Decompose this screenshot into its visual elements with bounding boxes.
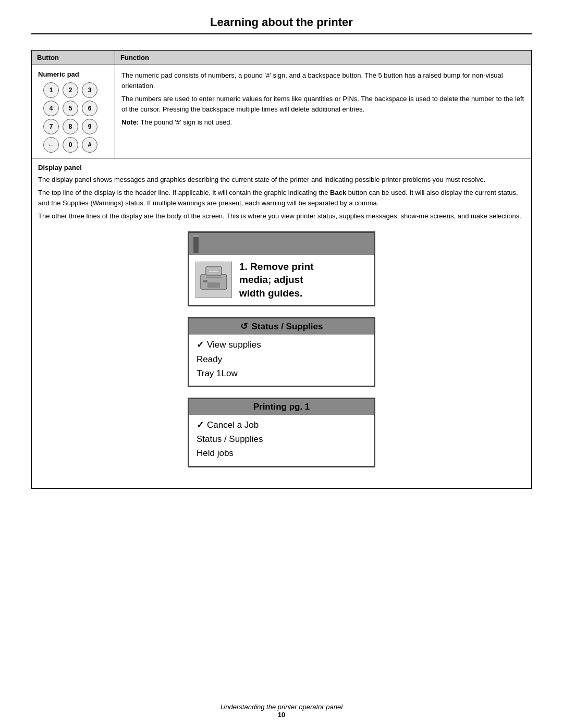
numpad-key-9[interactable]: 9 xyxy=(82,119,97,134)
display-panel-section: Display panel The display panel shows me… xyxy=(31,158,532,489)
page-title-area: Learning about the printer xyxy=(31,0,532,50)
page-footer: Understanding the printer operator panel… xyxy=(31,693,532,728)
numpad-key-3[interactable]: 3 xyxy=(82,82,97,98)
page-number: 10 xyxy=(278,711,285,719)
numpad-key-8[interactable]: 8 xyxy=(63,119,78,134)
screen3-line3-text: Held jobs xyxy=(197,446,234,460)
screen3-line3: Held jobs xyxy=(197,446,366,460)
numpad-key-1[interactable]: 1 xyxy=(43,82,59,98)
screen2-line2: Ready xyxy=(197,352,366,366)
numpad-key-4[interactable]: 4 xyxy=(43,101,59,116)
title-divider xyxy=(31,33,532,34)
screen1-text: 1. Remove print media; adjust width guid… xyxy=(239,260,314,300)
screen2-line3: Tray 1Low xyxy=(197,366,366,380)
main-table: Button Function Numeric pad 1 2 3 4 5 6 … xyxy=(31,50,532,158)
screen2-line3-text: Tray 1Low xyxy=(197,366,238,380)
check-icon-1: ✓ xyxy=(197,338,204,352)
screen3-line2-text: Status / Supplies xyxy=(197,432,263,446)
screen1-image xyxy=(195,262,232,298)
scroll-thumb xyxy=(193,237,199,253)
numpad-desc2: The numbers are used to enter numeric va… xyxy=(121,94,525,114)
screen3-header: Printing pg. 1 xyxy=(189,399,374,415)
screen1-content: 1. Remove print media; adjust width guid… xyxy=(189,255,374,305)
note-text: The pound '#' sign is not used. xyxy=(139,118,232,126)
check-icon-2: ✓ xyxy=(197,418,204,432)
screen3-body: ✓ Cancel a Job Status / Supplies Held jo… xyxy=(189,415,374,466)
scroll-indicator xyxy=(193,235,199,253)
screen-remove-print: 1. Remove print media; adjust width guid… xyxy=(188,231,375,307)
table-row-numpad: Numeric pad 1 2 3 4 5 6 7 8 9 ← 0 # xyxy=(32,65,532,158)
screen3-line1-text: Cancel a Job xyxy=(207,418,259,432)
numpad-grid: 1 2 3 4 5 6 7 8 9 ← 0 # xyxy=(43,82,108,153)
numpad-key-5[interactable]: 5 xyxy=(63,101,78,116)
svg-rect-5 xyxy=(209,270,219,272)
svg-rect-2 xyxy=(207,282,220,288)
screen2-line1-text: View supplies xyxy=(207,338,261,352)
note-label: Note: xyxy=(121,118,139,126)
screen1-header xyxy=(189,233,374,255)
numpad-key-7[interactable]: 7 xyxy=(43,119,59,134)
display-panel-para3: The other three lines of the display are… xyxy=(38,211,525,221)
numpad-label: Numeric pad xyxy=(38,70,108,78)
display-panel-title: Display panel xyxy=(38,164,525,171)
screen3-line2: Status / Supplies xyxy=(197,432,366,446)
screen2-line2-text: Ready xyxy=(197,352,222,366)
numpad-desc1: The numeric pad consists of numbers, a p… xyxy=(121,70,525,91)
numpad-note: Note: The pound '#' sign is not used. xyxy=(121,117,525,128)
screen3-header-text: Printing pg. 1 xyxy=(253,402,310,412)
screen2-header: ↺ Status / Supplies xyxy=(189,318,374,335)
numpad-key-pound[interactable]: # xyxy=(82,137,97,153)
footer-text: Understanding the printer operator panel xyxy=(221,703,342,711)
screens-area: 1. Remove print media; adjust width guid… xyxy=(38,231,525,483)
screen2-line1: ✓ View supplies xyxy=(197,338,366,352)
numpad-key-6[interactable]: 6 xyxy=(82,101,97,116)
svg-rect-3 xyxy=(203,280,207,282)
numpad-cell: Numeric pad 1 2 3 4 5 6 7 8 9 ← 0 # xyxy=(32,65,115,158)
screen3-line1: ✓ Cancel a Job xyxy=(197,418,366,432)
back-bold: Back xyxy=(330,189,346,196)
col-header-button: Button xyxy=(32,51,115,65)
numpad-key-2[interactable]: 2 xyxy=(63,82,78,98)
screen2-header-text: Status / Supplies xyxy=(252,322,323,332)
numpad-function-cell: The numeric pad consists of numbers, a p… xyxy=(115,65,532,158)
screen2-body: ✓ View supplies Ready Tray 1Low xyxy=(189,335,374,386)
numpad-key-backspace[interactable]: ← xyxy=(43,137,59,153)
numpad-key-0[interactable]: 0 xyxy=(63,137,78,153)
col-header-function: Function xyxy=(115,51,532,65)
screen2-header-icon: ↺ xyxy=(240,321,248,332)
screen-status-supplies: ↺ Status / Supplies ✓ View supplies Read… xyxy=(188,317,375,387)
display-panel-para1: The display panel shows messages and gra… xyxy=(38,175,525,185)
display-panel-para2: The top line of the display is the heade… xyxy=(38,188,525,208)
screen-printing: Printing pg. 1 ✓ Cancel a Job Status / S… xyxy=(188,398,375,467)
printer-icon xyxy=(198,264,229,295)
page-title: Learning about the printer xyxy=(31,16,532,29)
